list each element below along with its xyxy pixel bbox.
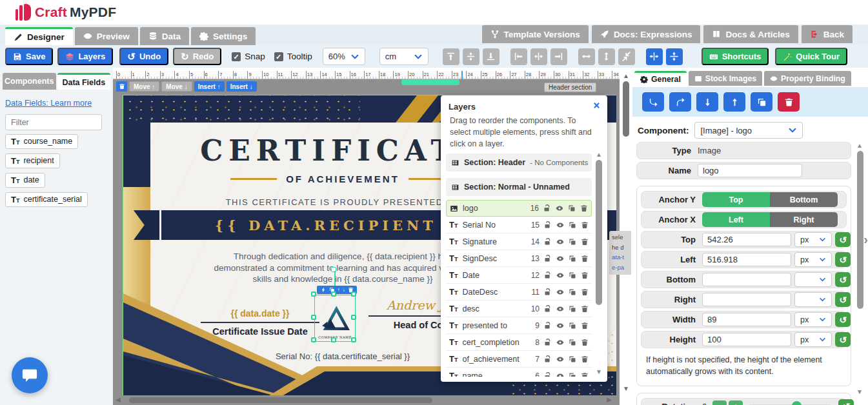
data-field-date[interactable]: TTdate: [5, 173, 45, 188]
tab-settings[interactable]: Settings: [191, 27, 256, 45]
move-down-icon[interactable]: ↓: [343, 288, 345, 293]
layers-scroll-thumb[interactable]: [596, 160, 602, 305]
lock-icon[interactable]: [544, 322, 552, 330]
rotation-slider-knob[interactable]: [792, 401, 802, 405]
properties-tab-general[interactable]: General: [634, 71, 687, 86]
layer-row-name[interactable]: TTname6: [446, 368, 592, 377]
width-reset-button[interactable]: ↺: [835, 312, 851, 327]
name-input[interactable]: [698, 164, 802, 177]
move-down-button[interactable]: [696, 92, 718, 112]
selection-handle[interactable]: [351, 291, 356, 297]
eye-icon[interactable]: [556, 272, 564, 279]
cert-date-placeholder[interactable]: {{ data.date }}: [196, 308, 325, 319]
undo-button[interactable]: ↺Undo: [119, 48, 168, 65]
tab-designer[interactable]: Designer: [5, 27, 73, 45]
anchor-option-left[interactable]: Left: [702, 212, 770, 227]
rotation-plus-button[interactable]: +: [729, 400, 743, 405]
unit-select[interactable]: [794, 272, 832, 287]
canvas-hscroll-thumb[interactable]: [129, 397, 432, 403]
tab-docs-articles[interactable]: Docs & Articles: [703, 25, 798, 43]
trash-icon[interactable]: [581, 355, 589, 363]
bring-forward-button[interactable]: [669, 92, 691, 112]
header-section-tag[interactable]: Header section: [544, 83, 596, 92]
close-icon[interactable]: [592, 101, 601, 110]
align-right-button[interactable]: [550, 48, 567, 65]
section-delete-button[interactable]: [116, 81, 127, 92]
layers-scroll-down-arrow[interactable]: ▼: [596, 368, 602, 375]
snap-checkbox[interactable]: ✓Snap: [232, 52, 265, 61]
rotation-reset-button[interactable]: ↺: [838, 399, 854, 405]
top-input[interactable]: [702, 233, 791, 246]
layers-section-header[interactable]: Section: Normal - Unnamed: [446, 178, 592, 196]
tab-docs-expressions[interactable]: Docs: Expressions: [592, 25, 701, 43]
selection-handle[interactable]: [311, 337, 316, 342]
eye-icon[interactable]: [556, 305, 564, 313]
unit-select[interactable]: px: [794, 312, 832, 327]
unit-select[interactable]: cm: [379, 48, 429, 65]
bottom-input[interactable]: [702, 273, 791, 286]
tooltip-checkbox[interactable]: ✓Tooltip: [274, 52, 312, 61]
lock-icon[interactable]: [544, 255, 552, 262]
copy-icon[interactable]: [569, 255, 576, 262]
delete-button[interactable]: [778, 92, 800, 112]
layers-button[interactable]: Layers: [57, 48, 113, 65]
data-fields-learn-more-link[interactable]: Data Fields: Learn more: [5, 99, 108, 108]
align-left-button[interactable]: [510, 48, 527, 65]
layer-row-desc[interactable]: TTdesc10: [446, 301, 592, 317]
copy-icon[interactable]: [569, 238, 576, 246]
trash-icon[interactable]: [580, 204, 588, 212]
properties-scroll-thumb[interactable]: [857, 151, 863, 309]
copy-icon[interactable]: [569, 221, 576, 229]
stretch-v-button[interactable]: [598, 48, 615, 65]
tab-template-versions[interactable]: Template Versions: [482, 25, 589, 43]
eye-icon[interactable]: [556, 255, 564, 262]
save-button[interactable]: Save: [5, 48, 53, 65]
properties-tab-stock-images[interactable]: Stock Images: [689, 71, 762, 86]
bottom-reset-button[interactable]: ↺: [835, 272, 851, 287]
layers-scroll-up-arrow[interactable]: ▲: [596, 151, 602, 158]
shortcuts-button[interactable]: Shortcuts: [701, 48, 769, 65]
component-select[interactable]: [Image] - logo: [694, 122, 803, 139]
unit-select[interactable]: [794, 292, 832, 307]
center-v-button[interactable]: [666, 48, 683, 65]
copy-icon[interactable]: [569, 272, 576, 279]
copy-icon[interactable]: [569, 322, 576, 330]
anchor-option-bottom[interactable]: Bottom: [770, 192, 838, 207]
layer-row-SignDesc[interactable]: TTSignDesc13: [446, 250, 592, 267]
align-center-button[interactable]: [530, 48, 547, 65]
eye-icon[interactable]: [556, 322, 564, 330]
right-input[interactable]: [702, 293, 791, 306]
duplicate-button[interactable]: [751, 92, 772, 112]
collapse-button[interactable]: [618, 48, 635, 65]
data-field-course_name[interactable]: TTcourse_name: [5, 134, 78, 149]
layer-row-cert_completion[interactable]: TTcert_completion8: [446, 334, 592, 351]
section-insert-button[interactable]: Insert ↑: [194, 81, 225, 92]
canvas-vscroll-thumb[interactable]: [623, 81, 629, 137]
trash-icon[interactable]: [581, 255, 589, 262]
move-up-button[interactable]: [723, 92, 745, 112]
width-input[interactable]: [702, 313, 791, 326]
top-reset-button[interactable]: ↺: [835, 232, 851, 247]
right-reset-button[interactable]: ↺: [835, 292, 851, 307]
zoom-select[interactable]: 60%: [323, 48, 365, 65]
cert-date-label[interactable]: Certificate Issue Date: [196, 326, 325, 337]
trash-icon[interactable]: [581, 305, 589, 313]
align-bottom-button[interactable]: [483, 48, 500, 65]
copy-icon[interactable]: [569, 305, 576, 313]
rotation-minus-button[interactable]: −: [712, 400, 727, 405]
selection-handle[interactable]: [311, 291, 316, 297]
align-middle-button[interactable]: [463, 48, 479, 65]
brand-logo[interactable]: CraftMyPDF: [15, 4, 116, 21]
tab-back[interactable]: Back: [802, 25, 853, 43]
anchor-option-right[interactable]: Right: [770, 212, 838, 227]
canvas-hscroll-left-arrow[interactable]: ◀: [116, 396, 121, 403]
trash-icon[interactable]: [581, 238, 589, 246]
properties-tab-property-binding[interactable]: Property Binding: [764, 71, 851, 86]
selection-handle[interactable]: [331, 337, 336, 342]
trash-icon[interactable]: [581, 322, 589, 330]
canvas-hscroll-right-arrow[interactable]: ▶: [607, 396, 612, 403]
lock-icon[interactable]: [544, 238, 552, 246]
trash-icon[interactable]: [581, 339, 589, 346]
layers-section-header[interactable]: Section: Header- No Components: [446, 153, 592, 172]
lock-icon[interactable]: [544, 305, 552, 313]
